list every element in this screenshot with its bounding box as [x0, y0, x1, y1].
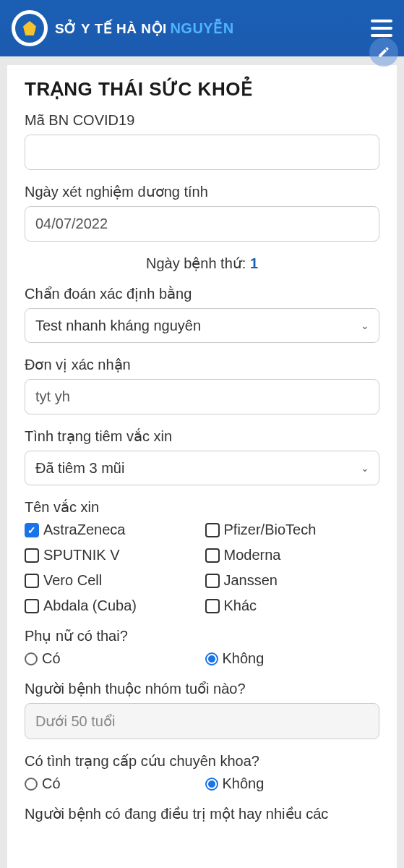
vaccine-checkbox-item: SPUTNIK V [25, 547, 199, 563]
day-count-value: 1 [250, 255, 258, 271]
age-group-label: Người bệnh thuộc nhóm tuổi nào? [25, 680, 379, 697]
emergency-radio-label: Không [223, 775, 265, 792]
vaccine-checkbox-item: Khác [205, 597, 380, 614]
radio-dot [208, 780, 215, 788]
covid-code-input[interactable] [25, 135, 379, 170]
menu-button[interactable] [371, 20, 392, 37]
pregnant-radio-item: Có [25, 650, 199, 667]
vaccine-checkbox-label: Abdala (Cuba) [43, 597, 137, 614]
vaccine-checkbox-item: ✓AstraZeneca [25, 522, 199, 538]
vaccines-label: Tên vắc xin [25, 498, 379, 516]
emergency-radio-item: Có [25, 775, 199, 792]
emergency-radio[interactable] [25, 778, 38, 791]
diagnosis-method-select[interactable]: Test nhanh kháng nguyên [25, 308, 379, 343]
positive-date-input[interactable] [25, 206, 379, 242]
vaccine-status-select-wrap: Đã tiêm 3 mũi ⌄ [25, 451, 379, 485]
vaccine-checkbox-label: Moderna [224, 547, 281, 563]
diagnosis-method-label: Chẩn đoán xác định bằng [25, 285, 379, 302]
vaccine-grid: ✓AstraZenecaPfizer/BioTechSPUTNIK VModer… [25, 522, 379, 614]
pregnant-radio-label: Có [42, 650, 61, 667]
pregnant-radio-row: CóKhông [25, 650, 379, 667]
emergency-radio-item: Không [205, 775, 380, 792]
vaccine-checkbox-label: SPUTNIK V [43, 547, 120, 563]
vaccine-checkbox-label: Pfizer/BioTech [224, 522, 317, 538]
header-user-name[interactable]: NGUYỄN [170, 20, 233, 37]
pregnant-radio[interactable] [25, 652, 38, 665]
day-count-label: Ngày bệnh thứ: [146, 255, 246, 271]
vaccine-checkbox-item: Moderna [205, 547, 380, 563]
hamburger-line [371, 20, 392, 22]
vaccine-checkbox[interactable] [25, 599, 39, 613]
confirm-unit-input[interactable] [25, 379, 379, 414]
emergency-radio-label: Có [42, 775, 61, 792]
emergency-label: Có tình trạng cấp cứu chuyên khoa? [25, 752, 379, 770]
vaccine-status-label: Tình trạng tiêm vắc xin [25, 427, 379, 445]
emergency-radio-row: CóKhông [25, 775, 379, 792]
day-count-row: Ngày bệnh thứ: 1 [25, 255, 379, 272]
emergency-radio[interactable] [205, 778, 218, 791]
vaccine-checkbox[interactable] [205, 548, 220, 563]
vaccine-checkbox[interactable]: ✓ [25, 523, 39, 537]
pencil-icon [377, 46, 390, 59]
radio-dot [208, 655, 215, 663]
app-logo [12, 10, 48, 46]
vaccine-checkbox[interactable] [205, 599, 220, 613]
pregnant-radio-label: Không [223, 650, 265, 667]
pregnant-radio-item: Không [205, 650, 380, 667]
app-header: SỞ Y TẾ HÀ NỘI NGUYỄN [0, 0, 404, 56]
vaccine-checkbox-item: Janssen [205, 572, 380, 589]
confirm-unit-label: Đơn vị xác nhận [25, 356, 379, 373]
main-content: TRẠNG THÁI SỨC KHOẺ Mã BN COVID19 Ngày x… [7, 65, 397, 868]
positive-date-label: Ngày xét nghiệm dương tính [25, 183, 379, 200]
vaccine-checkbox-label: Khác [224, 597, 257, 614]
pregnant-radio[interactable] [205, 652, 218, 665]
pregnant-label: Phụ nữ có thai? [25, 627, 379, 644]
vaccine-checkbox-label: Vero Cell [43, 572, 102, 589]
vaccine-checkbox-label: AstraZeneca [43, 522, 125, 538]
vaccine-checkbox[interactable] [205, 574, 220, 588]
age-group-value[interactable]: Dưới 50 tuổi [25, 703, 379, 739]
vaccine-checkbox[interactable] [25, 574, 39, 588]
hamburger-line [371, 34, 392, 37]
covid-code-label: Mã BN COVID19 [25, 112, 379, 129]
vaccine-checkbox-item: Abdala (Cuba) [25, 597, 199, 614]
logo-icon [23, 21, 36, 35]
header-left: SỞ Y TẾ HÀ NỘI [12, 10, 167, 46]
check-icon: ✓ [27, 524, 36, 536]
vaccine-checkbox[interactable] [205, 523, 220, 537]
vaccine-status-select[interactable]: Đã tiêm 3 mũi [25, 451, 379, 485]
header-title: SỞ Y TẾ HÀ NỘI [55, 20, 167, 37]
diagnosis-method-select-wrap: Test nhanh kháng nguyên ⌄ [25, 308, 379, 343]
treatment-question-label: Người bệnh có đang điều trị một hay nhiề… [25, 805, 379, 822]
vaccine-checkbox[interactable] [25, 548, 39, 563]
vaccine-checkbox-item: Pfizer/BioTech [205, 522, 380, 538]
logo-inner [15, 14, 44, 43]
page-title: TRẠNG THÁI SỨC KHOẺ [25, 78, 379, 101]
edit-icon[interactable] [369, 38, 398, 67]
hamburger-line [371, 27, 392, 30]
vaccine-checkbox-label: Janssen [224, 572, 278, 589]
vaccine-checkbox-item: Vero Cell [25, 572, 199, 589]
